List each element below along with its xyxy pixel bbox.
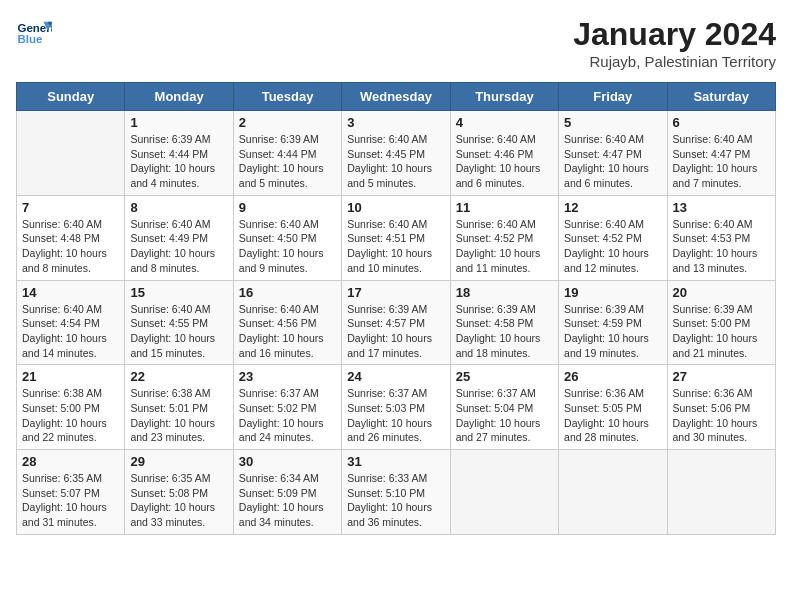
- day-info: Sunrise: 6:39 AMSunset: 4:59 PMDaylight:…: [564, 302, 661, 361]
- day-info: Sunrise: 6:37 AMSunset: 5:04 PMDaylight:…: [456, 386, 553, 445]
- day-info: Sunrise: 6:40 AMSunset: 4:46 PMDaylight:…: [456, 132, 553, 191]
- day-info: Sunrise: 6:36 AMSunset: 5:05 PMDaylight:…: [564, 386, 661, 445]
- day-number: 2: [239, 115, 336, 130]
- calendar-cell: 2Sunrise: 6:39 AMSunset: 4:44 PMDaylight…: [233, 111, 341, 196]
- weekday-header: Thursday: [450, 83, 558, 111]
- calendar-cell: 12Sunrise: 6:40 AMSunset: 4:52 PMDayligh…: [559, 195, 667, 280]
- calendar-cell: 6Sunrise: 6:40 AMSunset: 4:47 PMDaylight…: [667, 111, 775, 196]
- day-info: Sunrise: 6:39 AMSunset: 4:44 PMDaylight:…: [130, 132, 227, 191]
- day-number: 28: [22, 454, 119, 469]
- calendar-cell: 8Sunrise: 6:40 AMSunset: 4:49 PMDaylight…: [125, 195, 233, 280]
- day-number: 8: [130, 200, 227, 215]
- day-info: Sunrise: 6:39 AMSunset: 5:00 PMDaylight:…: [673, 302, 770, 361]
- calendar-week-row: 28Sunrise: 6:35 AMSunset: 5:07 PMDayligh…: [17, 450, 776, 535]
- calendar-cell: 19Sunrise: 6:39 AMSunset: 4:59 PMDayligh…: [559, 280, 667, 365]
- calendar-cell: 21Sunrise: 6:38 AMSunset: 5:00 PMDayligh…: [17, 365, 125, 450]
- calendar-cell: 13Sunrise: 6:40 AMSunset: 4:53 PMDayligh…: [667, 195, 775, 280]
- day-number: 15: [130, 285, 227, 300]
- calendar-cell: 5Sunrise: 6:40 AMSunset: 4:47 PMDaylight…: [559, 111, 667, 196]
- calendar-cell: [450, 450, 558, 535]
- calendar-cell: 30Sunrise: 6:34 AMSunset: 5:09 PMDayligh…: [233, 450, 341, 535]
- day-info: Sunrise: 6:40 AMSunset: 4:56 PMDaylight:…: [239, 302, 336, 361]
- calendar-cell: 18Sunrise: 6:39 AMSunset: 4:58 PMDayligh…: [450, 280, 558, 365]
- day-info: Sunrise: 6:38 AMSunset: 5:01 PMDaylight:…: [130, 386, 227, 445]
- calendar-week-row: 21Sunrise: 6:38 AMSunset: 5:00 PMDayligh…: [17, 365, 776, 450]
- calendar-cell: 3Sunrise: 6:40 AMSunset: 4:45 PMDaylight…: [342, 111, 450, 196]
- calendar-cell: 26Sunrise: 6:36 AMSunset: 5:05 PMDayligh…: [559, 365, 667, 450]
- day-number: 7: [22, 200, 119, 215]
- day-info: Sunrise: 6:40 AMSunset: 4:52 PMDaylight:…: [456, 217, 553, 276]
- calendar-cell: 15Sunrise: 6:40 AMSunset: 4:55 PMDayligh…: [125, 280, 233, 365]
- day-info: Sunrise: 6:40 AMSunset: 4:47 PMDaylight:…: [564, 132, 661, 191]
- day-number: 18: [456, 285, 553, 300]
- calendar-subtitle: Rujayb, Palestinian Territory: [573, 53, 776, 70]
- logo-icon: General Blue: [16, 16, 52, 52]
- day-number: 3: [347, 115, 444, 130]
- day-number: 22: [130, 369, 227, 384]
- calendar-cell: 11Sunrise: 6:40 AMSunset: 4:52 PMDayligh…: [450, 195, 558, 280]
- day-number: 9: [239, 200, 336, 215]
- weekday-header: Saturday: [667, 83, 775, 111]
- day-number: 10: [347, 200, 444, 215]
- day-info: Sunrise: 6:39 AMSunset: 4:57 PMDaylight:…: [347, 302, 444, 361]
- calendar-cell: 7Sunrise: 6:40 AMSunset: 4:48 PMDaylight…: [17, 195, 125, 280]
- day-info: Sunrise: 6:36 AMSunset: 5:06 PMDaylight:…: [673, 386, 770, 445]
- day-number: 19: [564, 285, 661, 300]
- calendar-week-row: 14Sunrise: 6:40 AMSunset: 4:54 PMDayligh…: [17, 280, 776, 365]
- calendar-cell: 31Sunrise: 6:33 AMSunset: 5:10 PMDayligh…: [342, 450, 450, 535]
- day-info: Sunrise: 6:40 AMSunset: 4:52 PMDaylight:…: [564, 217, 661, 276]
- day-info: Sunrise: 6:40 AMSunset: 4:45 PMDaylight:…: [347, 132, 444, 191]
- day-number: 12: [564, 200, 661, 215]
- day-number: 13: [673, 200, 770, 215]
- calendar-cell: 17Sunrise: 6:39 AMSunset: 4:57 PMDayligh…: [342, 280, 450, 365]
- day-info: Sunrise: 6:40 AMSunset: 4:47 PMDaylight:…: [673, 132, 770, 191]
- day-number: 30: [239, 454, 336, 469]
- calendar-cell: 23Sunrise: 6:37 AMSunset: 5:02 PMDayligh…: [233, 365, 341, 450]
- calendar-cell: 24Sunrise: 6:37 AMSunset: 5:03 PMDayligh…: [342, 365, 450, 450]
- calendar-body: 1Sunrise: 6:39 AMSunset: 4:44 PMDaylight…: [17, 111, 776, 535]
- calendar-cell: 25Sunrise: 6:37 AMSunset: 5:04 PMDayligh…: [450, 365, 558, 450]
- day-number: 23: [239, 369, 336, 384]
- calendar-table: SundayMondayTuesdayWednesdayThursdayFrid…: [16, 82, 776, 535]
- day-info: Sunrise: 6:38 AMSunset: 5:00 PMDaylight:…: [22, 386, 119, 445]
- day-info: Sunrise: 6:37 AMSunset: 5:02 PMDaylight:…: [239, 386, 336, 445]
- calendar-cell: 9Sunrise: 6:40 AMSunset: 4:50 PMDaylight…: [233, 195, 341, 280]
- calendar-title: January 2024: [573, 16, 776, 53]
- day-number: 11: [456, 200, 553, 215]
- page-header: General Blue General Blue January 2024 R…: [16, 16, 776, 70]
- calendar-cell: 16Sunrise: 6:40 AMSunset: 4:56 PMDayligh…: [233, 280, 341, 365]
- day-number: 20: [673, 285, 770, 300]
- calendar-cell: 4Sunrise: 6:40 AMSunset: 4:46 PMDaylight…: [450, 111, 558, 196]
- weekday-header: Wednesday: [342, 83, 450, 111]
- day-number: 25: [456, 369, 553, 384]
- day-number: 17: [347, 285, 444, 300]
- calendar-cell: 10Sunrise: 6:40 AMSunset: 4:51 PMDayligh…: [342, 195, 450, 280]
- day-number: 1: [130, 115, 227, 130]
- day-number: 16: [239, 285, 336, 300]
- calendar-cell: [559, 450, 667, 535]
- calendar-week-row: 7Sunrise: 6:40 AMSunset: 4:48 PMDaylight…: [17, 195, 776, 280]
- calendar-cell: 20Sunrise: 6:39 AMSunset: 5:00 PMDayligh…: [667, 280, 775, 365]
- day-number: 29: [130, 454, 227, 469]
- day-info: Sunrise: 6:33 AMSunset: 5:10 PMDaylight:…: [347, 471, 444, 530]
- calendar-cell: 29Sunrise: 6:35 AMSunset: 5:08 PMDayligh…: [125, 450, 233, 535]
- logo: General Blue General Blue: [16, 16, 52, 52]
- weekday-header: Friday: [559, 83, 667, 111]
- calendar-header: SundayMondayTuesdayWednesdayThursdayFrid…: [17, 83, 776, 111]
- day-number: 5: [564, 115, 661, 130]
- day-number: 21: [22, 369, 119, 384]
- day-info: Sunrise: 6:40 AMSunset: 4:51 PMDaylight:…: [347, 217, 444, 276]
- day-info: Sunrise: 6:40 AMSunset: 4:54 PMDaylight:…: [22, 302, 119, 361]
- day-number: 14: [22, 285, 119, 300]
- day-info: Sunrise: 6:40 AMSunset: 4:49 PMDaylight:…: [130, 217, 227, 276]
- day-number: 24: [347, 369, 444, 384]
- day-info: Sunrise: 6:35 AMSunset: 5:07 PMDaylight:…: [22, 471, 119, 530]
- day-info: Sunrise: 6:37 AMSunset: 5:03 PMDaylight:…: [347, 386, 444, 445]
- weekday-header: Sunday: [17, 83, 125, 111]
- calendar-cell: 27Sunrise: 6:36 AMSunset: 5:06 PMDayligh…: [667, 365, 775, 450]
- calendar-cell: 14Sunrise: 6:40 AMSunset: 4:54 PMDayligh…: [17, 280, 125, 365]
- calendar-week-row: 1Sunrise: 6:39 AMSunset: 4:44 PMDaylight…: [17, 111, 776, 196]
- day-info: Sunrise: 6:40 AMSunset: 4:53 PMDaylight:…: [673, 217, 770, 276]
- calendar-cell: [17, 111, 125, 196]
- day-number: 31: [347, 454, 444, 469]
